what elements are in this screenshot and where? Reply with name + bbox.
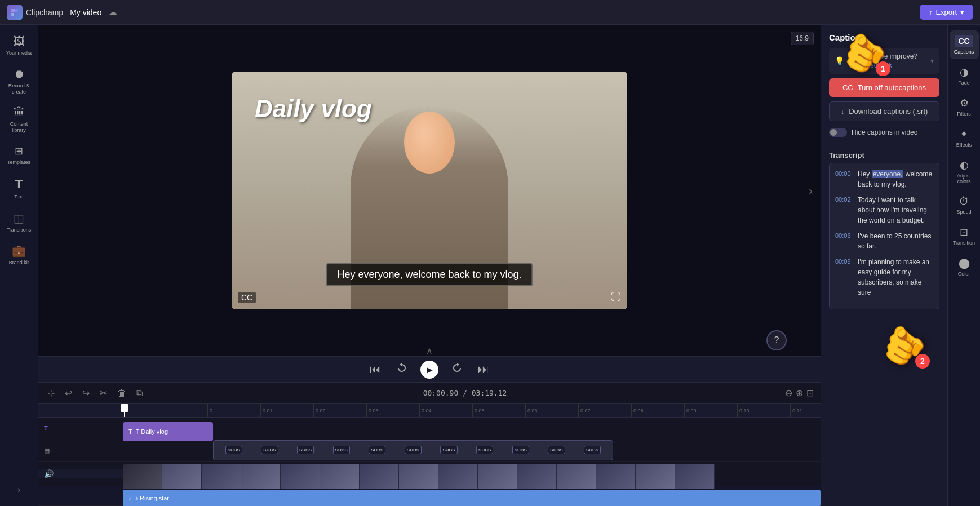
collapse-arrow-icon[interactable]: ∧ bbox=[426, 345, 433, 356]
next-arrow-icon[interactable]: › bbox=[809, 184, 813, 197]
closed-caption-icon[interactable]: CC bbox=[238, 292, 256, 303]
transcript-time-1[interactable]: 00:02 bbox=[835, 195, 853, 225]
skip-forward-button[interactable]: ⏭ bbox=[476, 361, 491, 378]
main-area: 🖼 Your media ⏺ Record &create 🏛 Contentl… bbox=[0, 25, 980, 506]
video-thumbnail bbox=[399, 464, 438, 489]
tool-effects[interactable]: ✦ Effects bbox=[950, 123, 979, 152]
transcript-time-3[interactable]: 00:09 bbox=[835, 257, 853, 298]
cursor-hand-1-container: 🫵 1 bbox=[841, 31, 887, 74]
fade-tool-icon: ◑ bbox=[960, 66, 969, 78]
video-thumbnail bbox=[636, 464, 675, 489]
select-tool-button[interactable]: ⊹ bbox=[45, 385, 57, 401]
forward-button[interactable] bbox=[449, 359, 465, 379]
export-icon: ↑ bbox=[929, 8, 933, 16]
text-clip[interactable]: T T Daily vlog bbox=[123, 422, 213, 441]
autocaptions-icon: CC bbox=[842, 83, 853, 92]
timeline-tracks: T T T Daily vlog ▤ bbox=[38, 418, 821, 506]
sidebar-item-templates[interactable]: ⊞ Templates bbox=[2, 140, 36, 170]
timeline-toolbar: ⊹ ↩ ↪ ✂ 🗑 ⧉ 00:00.90 / 03:19.12 ⊖ ⊕ ⊡ bbox=[38, 383, 821, 404]
transcript-text-1[interactable]: Today I want to talk about how I'm trave… bbox=[858, 195, 933, 225]
redo-button[interactable]: ↪ bbox=[80, 385, 92, 401]
sidebar-item-your-media[interactable]: 🖼 Your media bbox=[2, 30, 36, 61]
zoom-controls: ⊖ ⊕ ⊡ bbox=[785, 388, 814, 398]
help-button[interactable]: ? bbox=[766, 330, 787, 350]
export-button[interactable]: ↑ Export ▾ bbox=[920, 5, 973, 20]
download-icon: ↓ bbox=[841, 107, 845, 116]
tool-adjust-colors[interactable]: ◐ Adjust colors bbox=[950, 154, 979, 189]
transcript-text-3[interactable]: I'm planning to make an easy guide for m… bbox=[858, 257, 933, 298]
filename[interactable]: My video bbox=[70, 8, 101, 17]
transcript-text-0[interactable]: Hey everyone, welcome back to my vlog. bbox=[858, 169, 933, 189]
svg-rect-1 bbox=[15, 9, 18, 12]
export-chevron-icon: ▾ bbox=[960, 8, 964, 16]
cloud-icon: ☁ bbox=[108, 7, 117, 17]
speed-tool-label: Speed bbox=[956, 209, 971, 215]
ruler-mark-5: 0:05 bbox=[472, 404, 525, 417]
play-button[interactable]: ▶ bbox=[420, 361, 438, 379]
subs-badge: SUBS bbox=[476, 446, 493, 454]
zoom-out-button[interactable]: ⊖ bbox=[785, 388, 792, 398]
sidebar-expand-button[interactable]: › bbox=[13, 480, 25, 500]
far-right-tools: CC Captions ◑ Fade ⚙ Filters ✦ Effects ◐… bbox=[947, 25, 980, 506]
fit-button[interactable]: ⊡ bbox=[806, 388, 814, 398]
sidebar-item-text[interactable]: T Text bbox=[2, 172, 36, 205]
zoom-in-button[interactable]: ⊕ bbox=[796, 388, 803, 398]
tool-speed[interactable]: ⏱ Speed bbox=[950, 191, 979, 219]
playhead[interactable] bbox=[124, 404, 125, 417]
sidebar-item-brand-kit[interactable]: 💼 Brand kit bbox=[2, 239, 36, 270]
transcript-entry-3: 00:09 I'm planning to make an easy guide… bbox=[835, 257, 933, 298]
ruler-mark-3: 0:03 bbox=[366, 404, 419, 417]
speed-tool-icon: ⏱ bbox=[959, 196, 969, 207]
turn-off-autocaptions-button[interactable]: CC Turn off autocaptions bbox=[829, 78, 939, 97]
tool-color[interactable]: ⬤ Color bbox=[950, 252, 979, 281]
attach-button[interactable]: ⧉ bbox=[134, 386, 145, 401]
tool-fade[interactable]: ◑ Fade bbox=[950, 61, 979, 90]
ruler-mark-2: 0:02 bbox=[313, 404, 366, 417]
playhead-handle[interactable] bbox=[121, 404, 128, 412]
audio-note-icon: ♪ bbox=[128, 495, 132, 501]
tool-transition[interactable]: ⊡ Transition bbox=[950, 221, 979, 250]
transcript-box: 00:00 Hey everyone, welcome back to my v… bbox=[829, 163, 939, 309]
aspect-ratio-badge[interactable]: 16:9 bbox=[791, 32, 814, 45]
tool-filters[interactable]: ⚙ Filters bbox=[950, 92, 979, 121]
transcript-time-0[interactable]: 00:00 bbox=[835, 169, 853, 189]
fade-tool-label: Fade bbox=[958, 80, 970, 86]
logo-icon bbox=[7, 5, 23, 20]
sidebar-item-label: Brand kit bbox=[9, 260, 29, 266]
sidebar-item-transitions[interactable]: ◫ Transitions bbox=[2, 207, 36, 238]
delete-button[interactable]: 🗑 bbox=[115, 386, 128, 401]
transcript-text-2[interactable]: I've been to 25 countries so far. bbox=[858, 231, 933, 251]
subs-badge: SUBS bbox=[548, 446, 565, 454]
tool-captions[interactable]: CC Captions bbox=[950, 30, 979, 59]
sidebar-item-content-library[interactable]: 🏛 Contentlibrary bbox=[2, 101, 36, 138]
adjust-colors-tool-label: Adjust colors bbox=[952, 173, 977, 184]
undo-button[interactable]: ↩ bbox=[63, 385, 74, 401]
filters-tool-icon: ⚙ bbox=[960, 97, 969, 109]
transcript-time-2[interactable]: 00:06 bbox=[835, 231, 853, 251]
subs-badge: SUBS bbox=[405, 446, 422, 454]
rewind-button[interactable] bbox=[393, 359, 410, 379]
sidebar-item-record-create[interactable]: ⏺ Record &create bbox=[2, 63, 36, 100]
video-track-row: 🔊 bbox=[38, 462, 821, 486]
video-thumbnail bbox=[241, 464, 281, 489]
app-name: Clipchamp bbox=[26, 8, 63, 17]
hide-captions-toggle[interactable] bbox=[829, 128, 847, 137]
audio-clip[interactable]: ♪ ♪ Rising star bbox=[123, 490, 821, 506]
audio-clip-label: ♪ Rising star bbox=[135, 495, 170, 501]
color-tool-icon: ⬤ bbox=[959, 257, 970, 269]
skip-back-button[interactable]: ⏮ bbox=[367, 361, 383, 378]
audio-track-content[interactable]: ♪ ♪ Rising star bbox=[123, 486, 821, 505]
text-track-type-icon: T bbox=[44, 425, 48, 432]
subtitle-strip[interactable]: SUBS SUBS SUBS SUBS SUBS SUBS SUBS SUBS … bbox=[213, 440, 613, 460]
hide-captions-row: Hide captions in video bbox=[829, 126, 939, 139]
subs-badge: SUBS bbox=[440, 446, 457, 454]
video-track-content[interactable] bbox=[123, 462, 821, 486]
text-clip-type-icon: T bbox=[128, 428, 132, 435]
text-track-content[interactable]: T T Daily vlog bbox=[123, 418, 821, 440]
transcript-title: Transcript bbox=[829, 145, 939, 163]
app-logo[interactable]: Clipchamp bbox=[7, 5, 63, 20]
expand-icon[interactable]: ⛶ bbox=[611, 291, 621, 303]
download-captions-button[interactable]: ↓ Download captions (.srt) bbox=[829, 101, 939, 121]
video-thumbnail bbox=[162, 464, 202, 489]
cut-button[interactable]: ✂ bbox=[97, 385, 109, 401]
